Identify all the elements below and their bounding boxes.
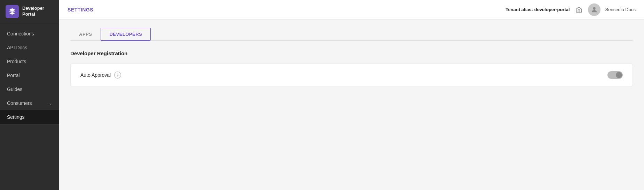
sidebar-item-label: Consumers: [7, 100, 32, 106]
toggle-knob: [616, 72, 622, 78]
sidebar-item-connections[interactable]: Connections: [0, 27, 59, 41]
tabs: APPS DEVELOPERS: [70, 28, 633, 41]
logo-text: Developer Portal: [22, 6, 44, 17]
sidebar-item-label: Products: [7, 59, 26, 64]
topbar: SETTINGS Tenant alias: developer-portal …: [59, 0, 644, 19]
card-label: Auto Approval i: [80, 72, 121, 79]
info-icon[interactable]: i: [114, 72, 121, 79]
sidebar-item-label: Portal: [7, 73, 20, 78]
tenant-alias: Tenant alias: developer-portal: [506, 7, 570, 12]
sidebar-item-products[interactable]: Products: [0, 55, 59, 68]
logo-icon: [6, 5, 19, 18]
user-name: Sensedia Docs: [605, 7, 636, 12]
sidebar-item-label: Connections: [7, 31, 34, 36]
sidebar-logo: Developer Portal: [0, 0, 59, 23]
main-content: SETTINGS Tenant alias: developer-portal …: [59, 0, 644, 190]
sidebar: Developer Portal Connections API Docs Pr…: [0, 0, 59, 190]
svg-point-0: [593, 7, 595, 9]
section-title: Developer Registration: [70, 50, 633, 56]
sidebar-nav: Connections API Docs Products Portal Gui…: [0, 23, 59, 190]
topbar-right: Tenant alias: developer-portal Sensedia …: [506, 3, 636, 16]
auto-approval-card: Auto Approval i: [70, 63, 633, 87]
tab-developers[interactable]: DEVELOPERS: [101, 28, 151, 41]
tab-apps[interactable]: APPS: [70, 28, 101, 41]
avatar[interactable]: [588, 3, 600, 16]
sidebar-item-consumers[interactable]: Consumers ⌄: [0, 96, 59, 110]
sidebar-item-api-docs[interactable]: API Docs: [0, 41, 59, 55]
sidebar-item-guides[interactable]: Guides: [0, 82, 59, 96]
sidebar-item-portal[interactable]: Portal: [0, 68, 59, 82]
auto-approval-toggle[interactable]: [607, 71, 623, 79]
chevron-down-icon: ⌄: [49, 101, 52, 106]
sidebar-item-label: Settings: [7, 114, 25, 120]
sidebar-item-settings[interactable]: Settings: [0, 110, 59, 124]
auto-approval-label: Auto Approval: [80, 72, 111, 78]
sidebar-item-label: Guides: [7, 86, 22, 92]
content-area: APPS DEVELOPERS Developer Registration A…: [59, 19, 644, 190]
home-icon[interactable]: [575, 6, 583, 14]
page-title: SETTINGS: [68, 7, 93, 13]
sidebar-item-label: API Docs: [7, 45, 27, 50]
